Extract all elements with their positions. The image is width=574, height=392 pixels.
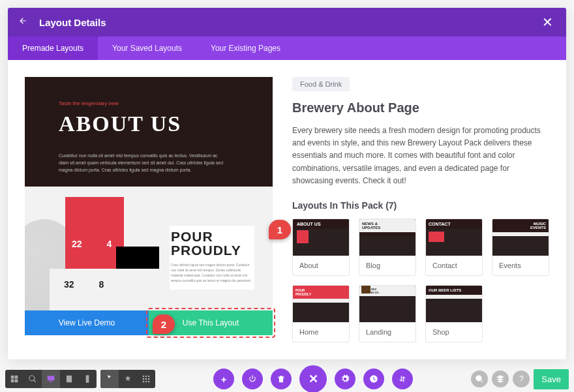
- stat-1: 22: [72, 239, 82, 249]
- card-label: Landing: [359, 322, 415, 342]
- card-label: Contact: [426, 256, 482, 275]
- layout-card-blog[interactable]: NEWS &UPDATESBlog: [359, 219, 416, 276]
- back-icon[interactable]: [18, 16, 30, 28]
- history-icon[interactable]: [363, 369, 384, 389]
- pour-heading: POURPROUDLY: [171, 230, 253, 257]
- layouts-grid: ABOUT USAboutNEWS &UPDATESBlogCONTACTCon…: [292, 219, 549, 342]
- settings-icon[interactable]: [335, 369, 355, 389]
- layout-preview: Taste the lengendary beer ABOUT US Curab…: [25, 77, 273, 310]
- card-label: Home: [293, 322, 349, 342]
- toolbar-right: ? Save: [471, 369, 569, 389]
- tab-your-saved-layouts[interactable]: Your Saved Layouts: [98, 37, 196, 60]
- pack-title: Layouts In This Pack (7): [292, 200, 549, 211]
- close-builder-button[interactable]: ✕: [299, 365, 327, 392]
- trash-icon[interactable]: [271, 369, 292, 389]
- hover-mode-icon[interactable]: [119, 370, 137, 388]
- stat-4: 8: [99, 279, 104, 300]
- card-label: About: [293, 256, 349, 275]
- card-label: Blog: [359, 256, 415, 275]
- view-live-demo-button[interactable]: View Live Demo: [25, 310, 149, 335]
- layout-card-shop[interactable]: OUR BEER LISTSShop: [425, 285, 483, 342]
- add-button[interactable]: +: [213, 369, 234, 389]
- modal-header: Layout Details ✕: [8, 8, 566, 37]
- help-icon[interactable]: ?: [513, 370, 530, 387]
- modal-content: Taste the lengendary beer ABOUT US Curab…: [8, 60, 566, 359]
- preview-lorem: Curabitur non nulla sit amet nisl tempus…: [59, 152, 228, 174]
- tab-your-existing-pages[interactable]: Your Existing Pages: [196, 37, 295, 60]
- preview-tagline: Taste the lengendary beer: [59, 100, 239, 106]
- grid-mode-icon[interactable]: [137, 370, 155, 388]
- sort-icon[interactable]: [392, 369, 413, 389]
- details-column: Food & Drink Brewery About Page Every br…: [292, 77, 549, 342]
- preview-heading: ABOUT US: [59, 112, 239, 136]
- card-label: Shop: [426, 322, 482, 342]
- click-mode-icon[interactable]: [100, 370, 119, 388]
- modal-title: Layout Details: [39, 17, 539, 28]
- view-group-2: [100, 370, 155, 388]
- tab-premade-layouts[interactable]: Premade Layouts: [8, 37, 98, 60]
- zoom-icon[interactable]: [23, 370, 42, 388]
- annotation-marker-1: 1: [269, 220, 291, 239]
- tab-bar: Premade LayoutsYour Saved LayoutsYour Ex…: [8, 37, 566, 60]
- layout-card-contact[interactable]: CONTACTContact: [425, 219, 483, 276]
- power-icon[interactable]: [242, 369, 263, 389]
- stat-2: 4: [107, 239, 112, 249]
- desktop-icon[interactable]: [42, 370, 60, 388]
- layers-icon[interactable]: [492, 370, 509, 387]
- card-label: Events: [492, 256, 549, 275]
- bottom-toolbar: + ✕ ? Save: [0, 366, 574, 392]
- annotation-marker-2: 2: [153, 314, 175, 334]
- preview-column: Taste the lengendary beer ABOUT US Curab…: [25, 77, 273, 342]
- toolbar-center: + ✕: [159, 365, 467, 392]
- page-title: Brewery About Page: [292, 100, 549, 115]
- layout-details-modal: Layout Details ✕ Premade LayoutsYour Sav…: [8, 8, 566, 359]
- preview-actions: View Live Demo Use This Layout: [25, 310, 273, 335]
- layout-card-about[interactable]: ABOUT USAbout: [292, 219, 350, 276]
- save-button[interactable]: Save: [534, 369, 569, 389]
- search-icon[interactable]: [471, 370, 488, 387]
- wireframe-icon[interactable]: [5, 370, 23, 388]
- pour-desc: Cras ultricies ligula sed magna dictum p…: [171, 262, 253, 283]
- close-icon[interactable]: ✕: [539, 14, 556, 30]
- layout-card-home[interactable]: POURPROUDLYHome: [292, 285, 350, 342]
- layout-card-events[interactable]: MUSICEVENTSEvents: [492, 219, 549, 276]
- stat-3: 32: [64, 279, 74, 300]
- page-description: Every brewery site needs a fresh modern …: [292, 125, 549, 187]
- layout-card-landing[interactable]: ABOUT DIVIBREWING CO.Landing: [359, 285, 416, 342]
- category-tag[interactable]: Food & Drink: [292, 77, 350, 91]
- phone-icon[interactable]: [78, 370, 97, 388]
- tablet-icon[interactable]: [60, 370, 78, 388]
- view-group-1: [5, 370, 97, 388]
